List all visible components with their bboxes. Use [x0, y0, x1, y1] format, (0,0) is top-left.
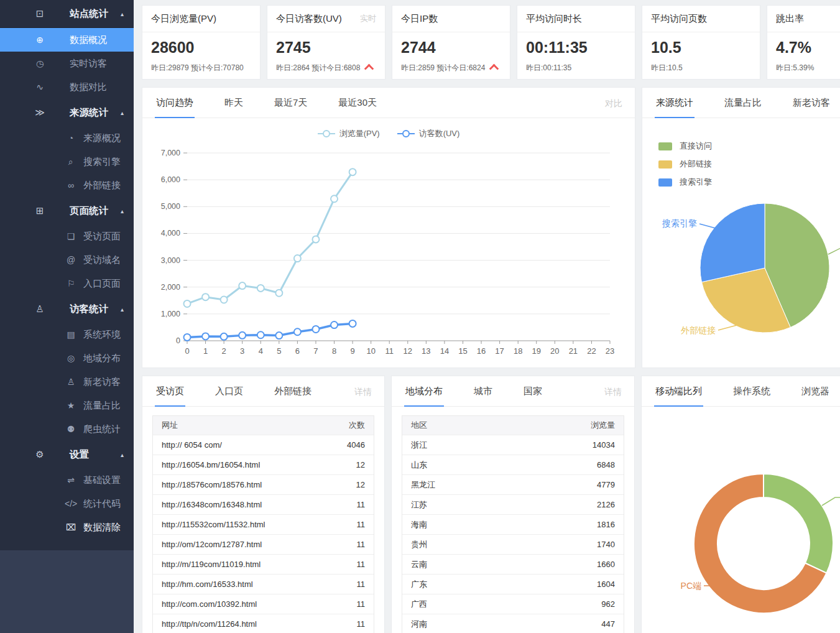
table-row[interactable]: http://ttp/n/com/11264.html11 [153, 614, 374, 633]
gauge-icon: ◔ [65, 133, 77, 143]
tab-city[interactable]: 城市 [473, 386, 494, 407]
tab-yesterday[interactable]: 昨天 [223, 97, 244, 118]
sidebar-item[interactable]: ⇌基础设置 [0, 468, 134, 492]
table-row[interactable]: 广西962 [402, 594, 624, 614]
table-row[interactable]: http://115532com/11532.html11 [153, 514, 374, 534]
tab-visit-trend[interactable]: 访问趋势 [155, 97, 195, 118]
table-row[interactable]: http://16054.bm/16054.html12 [153, 455, 374, 474]
sidebar-group-header[interactable]: ⚙设置▴ [0, 441, 134, 468]
sidebar-item-label: 来源概况 [83, 132, 121, 144]
sidebar-item[interactable]: </>统计代码 [0, 492, 134, 515]
line-marker-icon [397, 130, 415, 137]
tab-mobile-ratio[interactable]: 移动端比列 [654, 386, 703, 407]
sidebar-item[interactable]: ❏受访页面 [0, 224, 134, 248]
tab-traffic-share[interactable]: 流量占比 [723, 97, 763, 118]
table-row[interactable]: 山东6848 [402, 455, 624, 474]
svg-text:16: 16 [477, 346, 486, 356]
sidebar-item[interactable]: ▤系统环境 [0, 323, 134, 346]
sidebar-group-header[interactable]: ♙访客统计▴ [0, 295, 134, 323]
trend-legend: 浏览量(PV)访客数(UV) [142, 127, 635, 141]
table-row[interactable]: http://16348com/16348.html11 [153, 494, 374, 514]
device-panel: 移动端比列 操作系统 浏览器 PC端 [641, 376, 840, 633]
link-icon: ∞ [65, 180, 77, 190]
sidebar-item[interactable]: ⌕搜索引擎 [0, 150, 134, 173]
table-row[interactable]: 浙江14034 [402, 435, 624, 455]
sidebar-item-label: 数据对比 [70, 81, 107, 93]
sidebar-item-label: 搜索引擎 [83, 156, 121, 168]
sidebar-item[interactable]: ⚐入口页面 [0, 272, 134, 295]
sidebar-group-header[interactable]: ⊞页面统计▴ [0, 197, 134, 224]
stat-card-avg-duration: 平均访问时长 00:11:35 昨日:00:11:35 [517, 5, 635, 80]
sidebar-item-label: 地域分布 [83, 353, 121, 364]
tab-visited-pages[interactable]: 受访页 [155, 386, 185, 407]
table-row[interactable]: 江苏2126 [402, 494, 624, 514]
compare-link[interactable]: 对比 [605, 98, 622, 118]
region-tabbar: 地域分布 城市 国家 详情 [392, 376, 634, 407]
sidebar-item-label: 爬虫统计 [83, 423, 121, 435]
sidebar-item[interactable]: ♙新老访客 [0, 370, 134, 394]
sidebar-item[interactable]: ⚉爬虫统计 [0, 417, 134, 441]
star-icon: ★ [65, 400, 77, 410]
tab-external-links[interactable]: 外部链接 [273, 386, 313, 407]
table-row[interactable]: 云南1660 [402, 554, 624, 574]
sidebar-item-label: 外部链接 [83, 180, 121, 192]
details-link[interactable]: 详情 [354, 387, 372, 406]
table-row[interactable]: http://om/12com/12787.html11 [153, 534, 374, 554]
table-row[interactable]: http://com.com/10392.html11 [153, 594, 374, 614]
stat-cards-row: 今日浏览量(PV) 28600 昨日:29879 预计今日:70780 今日访客… [142, 5, 840, 80]
svg-text:13: 13 [422, 346, 430, 356]
tab-os[interactable]: 操作系统 [732, 386, 772, 407]
details-link[interactable]: 详情 [604, 387, 622, 406]
tab-source-stats[interactable]: 来源统计 [655, 97, 695, 118]
tab-new-returning[interactable]: 新老访客 [792, 97, 831, 118]
tab-browser[interactable]: 浏览器 [800, 386, 831, 407]
tab-entry-pages[interactable]: 入口页 [214, 386, 244, 407]
globe-icon: ⊕ [32, 35, 47, 45]
sidebar-item[interactable]: ∞外部链接 [0, 173, 134, 197]
svg-text:21: 21 [569, 346, 578, 356]
sidebar-group-header[interactable]: ⊡站点统计▴ [0, 0, 134, 28]
sidebar-item[interactable]: ◔来源概况 [0, 126, 134, 150]
legend-swatch [658, 160, 672, 169]
tab-last-30-days[interactable]: 最近30天 [337, 97, 378, 118]
rise-arrow-icon [364, 64, 374, 74]
table-row[interactable]: http://hm.com/16533.html11 [153, 574, 374, 594]
table-row[interactable]: 河南447 [402, 614, 624, 633]
table-row[interactable]: http://m/119com/11019.html11 [153, 554, 374, 574]
sources-pie-chart: 搜索引擎外部链接 [642, 195, 840, 371]
sidebar-item[interactable]: ⊕数据概况 [0, 28, 134, 52]
table-row[interactable]: 广东1604 [402, 574, 624, 594]
tab-last-7-days[interactable]: 最近7天 [273, 97, 308, 118]
table-row[interactable]: http://18576com/18576.html12 [153, 474, 374, 494]
sidebar-item[interactable]: ★流量占比 [0, 394, 134, 417]
traffic-sources-panel: 来源统计 流量占比 新老访客 直接访问 外部链接 搜索引擎 搜索引擎外部链接 [642, 87, 840, 368]
sidebar-group-label: 来源统计 [70, 106, 108, 119]
svg-text:外部链接: 外部链接 [681, 325, 716, 335]
legend-item-external[interactable]: 外部链接 [658, 159, 840, 170]
table-row[interactable]: 贵州1740 [402, 534, 624, 554]
table-row[interactable]: 黑龙江4779 [402, 474, 624, 494]
rise-arrow-icon [489, 64, 499, 74]
card-value: 2744 [392, 32, 510, 57]
sidebar-group-header[interactable]: ≫来源统计▴ [0, 99, 134, 126]
legend-item-direct[interactable]: 直接访问 [658, 141, 840, 152]
sidebar-item[interactable]: @受访域名 [0, 248, 134, 272]
double-chevron-icon: ≫ [32, 107, 47, 118]
svg-text:0: 0 [185, 346, 189, 356]
sidebar-item[interactable]: ◷实时访客 [0, 52, 134, 75]
tab-country[interactable]: 国家 [522, 386, 543, 407]
tab-region[interactable]: 地域分布 [404, 386, 444, 407]
legend-item[interactable]: 访客数(UV) [397, 128, 460, 139]
sidebar-item-label: 系统环境 [83, 329, 121, 341]
clock-icon: ◷ [32, 58, 47, 68]
legend-item[interactable]: 浏览量(PV) [318, 128, 380, 139]
page-icon: ❏ [65, 231, 77, 241]
table-row[interactable]: http:// 6054 com/4046 [153, 435, 374, 455]
sidebar-item[interactable]: ⌧数据清除 [0, 515, 134, 539]
table-row[interactable]: 海南1816 [402, 514, 624, 534]
card-value: 00:11:35 [517, 32, 635, 57]
realtime-badge: 实时 [360, 6, 376, 32]
legend-item-search[interactable]: 搜索引擎 [658, 177, 840, 188]
sidebar-item[interactable]: ◎地域分布 [0, 346, 134, 370]
sidebar-item[interactable]: ∿数据对比 [0, 75, 134, 99]
